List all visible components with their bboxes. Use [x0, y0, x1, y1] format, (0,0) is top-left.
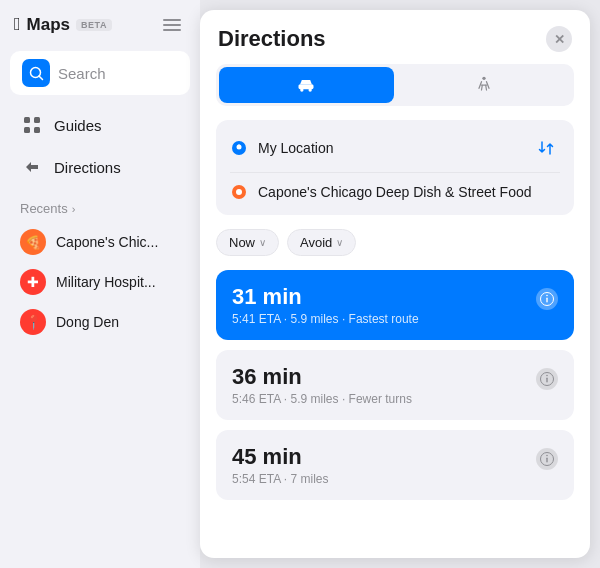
recent-capone-name: Capone's Chic... [56, 234, 158, 250]
walk-icon [474, 75, 494, 95]
search-icon [29, 66, 44, 81]
route-card-1[interactable]: 31 min 5:41 ETA · 5.9 miles · Fastest ro… [216, 270, 574, 340]
search-icon-wrap [22, 59, 50, 87]
now-filter-button[interactable]: Now ∨ [216, 229, 279, 256]
maps-logo:  Maps BETA [14, 14, 112, 35]
recents-chevron-icon: › [72, 203, 76, 215]
svg-rect-1 [163, 24, 181, 26]
svg-point-13 [237, 145, 242, 150]
location-dot-icon [230, 139, 248, 157]
walk-transport-button[interactable] [397, 67, 572, 103]
car-icon [296, 75, 316, 95]
guides-label: Guides [54, 117, 102, 134]
info-icon [540, 292, 554, 306]
route-3-details: 5:54 ETA · 7 miles [232, 472, 329, 486]
panel-title: Directions [218, 26, 326, 52]
route-3-info-button[interactable] [536, 448, 558, 470]
destination-dot-icon [230, 183, 248, 201]
sidebar-header:  Maps BETA [0, 0, 200, 45]
route-to-text: Capone's Chicago Deep Dish & Street Food [258, 184, 560, 200]
directions-icon [20, 155, 44, 179]
svg-point-18 [546, 295, 548, 297]
svg-rect-8 [299, 84, 314, 89]
svg-rect-20 [546, 378, 547, 383]
route-1-details: 5:41 ETA · 5.9 miles · Fastest route [232, 312, 419, 326]
search-label: Search [58, 65, 106, 82]
apple-icon:  [14, 14, 21, 35]
info-icon [540, 372, 554, 386]
avoid-filter-button[interactable]: Avoid ∨ [287, 229, 356, 256]
recents-header[interactable]: Recents › [10, 201, 190, 222]
nav-items: Guides Directions [0, 105, 200, 187]
transport-selector [216, 64, 574, 106]
svg-rect-0 [163, 19, 181, 21]
panel-header: Directions ✕ [200, 10, 590, 64]
sidebar-toggle-button[interactable] [158, 15, 186, 35]
route-2-time: 36 min [232, 364, 412, 390]
svg-point-10 [309, 88, 312, 91]
directions-label: Directions [54, 159, 121, 176]
route-to-row[interactable]: Capone's Chicago Deep Dish & Street Food [216, 173, 574, 211]
avoid-chevron-icon: ∨ [336, 237, 343, 248]
close-button[interactable]: ✕ [546, 26, 572, 52]
svg-point-9 [300, 88, 303, 91]
beta-badge: BETA [76, 19, 112, 31]
info-icon [540, 452, 554, 466]
svg-rect-4 [24, 117, 30, 123]
now-filter-label: Now [229, 235, 255, 250]
list-item[interactable]: ✚ Military Hospit... [10, 262, 190, 302]
svg-point-11 [482, 77, 485, 80]
recent-military-icon: ✚ [20, 269, 46, 295]
list-item[interactable]: 📍 Dong Den [10, 302, 190, 342]
svg-rect-5 [34, 117, 40, 123]
svg-point-24 [546, 455, 548, 457]
route-1-time: 31 min [232, 284, 419, 310]
svg-rect-23 [546, 458, 547, 463]
routes-list: 31 min 5:41 ETA · 5.9 miles · Fastest ro… [200, 270, 590, 558]
directions-panel: Directions ✕ [200, 10, 590, 558]
search-box[interactable]: Search [10, 51, 190, 95]
route-inputs: My Location Capone's Chicago Deep Dish &… [216, 120, 574, 215]
svg-point-21 [546, 375, 548, 377]
list-item[interactable]: 🍕 Capone's Chic... [10, 222, 190, 262]
filters-row: Now ∨ Avoid ∨ [216, 229, 574, 256]
recent-military-name: Military Hospit... [56, 274, 156, 290]
avoid-filter-label: Avoid [300, 235, 332, 250]
car-transport-button[interactable] [219, 67, 394, 103]
sidebar:  Maps BETA Search [0, 0, 200, 568]
svg-point-15 [236, 189, 242, 195]
route-2-info-button[interactable] [536, 368, 558, 390]
now-chevron-icon: ∨ [259, 237, 266, 248]
route-2-info: 36 min 5:46 ETA · 5.9 miles · Fewer turn… [232, 364, 412, 406]
route-card-3[interactable]: 45 min 5:54 ETA · 7 miles [216, 430, 574, 500]
recent-dongden-icon: 📍 [20, 309, 46, 335]
maps-title: Maps [27, 15, 70, 35]
svg-rect-2 [163, 29, 181, 31]
route-card-2[interactable]: 36 min 5:46 ETA · 5.9 miles · Fewer turn… [216, 350, 574, 420]
route-1-info-button[interactable] [536, 288, 558, 310]
route-2-details: 5:46 ETA · 5.9 miles · Fewer turns [232, 392, 412, 406]
recents-label: Recents [20, 201, 68, 216]
sidebar-item-guides[interactable]: Guides [10, 105, 190, 145]
route-from-text: My Location [258, 140, 522, 156]
svg-rect-7 [34, 127, 40, 133]
sidebar-item-directions[interactable]: Directions [10, 147, 190, 187]
svg-rect-6 [24, 127, 30, 133]
recent-dongden-name: Dong Den [56, 314, 119, 330]
recents-section: Recents › 🍕 Capone's Chic... ✚ Military … [0, 201, 200, 342]
route-from-row[interactable]: My Location [216, 124, 574, 172]
swap-route-button[interactable] [532, 134, 560, 162]
recent-capone-icon: 🍕 [20, 229, 46, 255]
grid-icon [20, 113, 44, 137]
route-1-info: 31 min 5:41 ETA · 5.9 miles · Fastest ro… [232, 284, 419, 326]
route-3-info: 45 min 5:54 ETA · 7 miles [232, 444, 329, 486]
route-3-time: 45 min [232, 444, 329, 470]
svg-rect-17 [546, 298, 547, 303]
